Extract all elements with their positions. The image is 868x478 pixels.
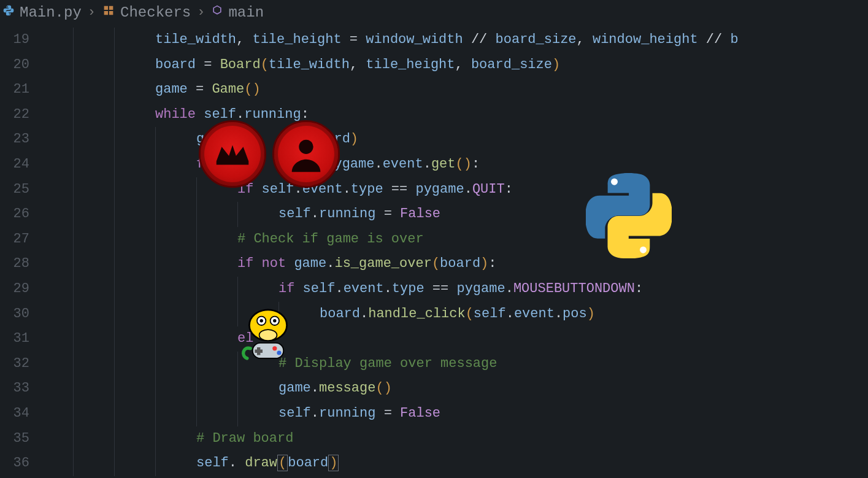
line-number: 19 — [0, 28, 32, 53]
code-text: self.running = False — [278, 401, 440, 426]
code-line[interactable]: 24 fo n pygame.event.get(): — [0, 152, 868, 177]
line-number: 30 — [0, 302, 32, 327]
code-line[interactable]: 31 el — [0, 326, 868, 352]
breadcrumb-file-label: Main.py — [20, 4, 82, 21]
class-icon — [102, 4, 115, 21]
line-number: 35 — [0, 426, 32, 452]
code-text: # Check if game is over — [237, 227, 424, 252]
line-number: 20 — [0, 53, 32, 78]
line-number: 33 — [0, 376, 32, 401]
line-number: 24 — [0, 152, 32, 177]
code-text: self. draw(board) — [196, 451, 339, 476]
code-text: ga (board) — [196, 127, 358, 152]
chevron-right-icon: › — [197, 5, 205, 20]
code-line[interactable]: 19 tile_width, tile_height = window_widt… — [0, 28, 868, 53]
code-line[interactable]: 35 # Draw board — [0, 426, 868, 452]
line-number: 26 — [0, 202, 32, 227]
breadcrumb-func-label: main — [228, 4, 264, 21]
line-number: 28 — [0, 252, 32, 277]
line-number: 27 — [0, 227, 32, 252]
code-line[interactable]: 30 board.handle_click(self.event.pos) — [0, 302, 868, 327]
code-text: self.running = False — [278, 202, 440, 227]
method-icon — [211, 4, 223, 21]
code-text: board = Board(tile_width, tile_height, b… — [155, 53, 560, 78]
code-line[interactable]: 32 # Display game over message — [0, 352, 868, 377]
code-text: board.handle_click(self.event.pos) — [320, 302, 595, 327]
line-number: 21 — [0, 77, 32, 102]
code-text: if self.event.type == pygame.MOUSEBUTTON… — [278, 277, 643, 302]
code-text: # Draw board — [196, 426, 293, 452]
code-line[interactable]: 23 ga (board) — [0, 127, 868, 152]
code-text: while self.running: — [155, 102, 309, 128]
python-file-icon — [2, 4, 15, 21]
breadcrumb-class-label: Checkers — [120, 4, 191, 21]
line-number: 32 — [0, 352, 32, 377]
breadcrumb-func[interactable]: main — [211, 4, 264, 21]
code-line[interactable]: 20 board = Board(tile_width, tile_height… — [0, 53, 868, 78]
line-number: 25 — [0, 177, 32, 202]
breadcrumb-file[interactable]: Main.py — [2, 4, 82, 21]
line-number: 22 — [0, 102, 32, 128]
code-line[interactable]: 36 self. draw(board) — [0, 451, 868, 476]
code-text: if self.event.type == pygame.QUIT: — [237, 177, 513, 202]
line-number: 29 — [0, 277, 32, 302]
code-editor[interactable]: 19 tile_width, tile_height = window_widt… — [0, 28, 868, 476]
line-number: 36 — [0, 451, 32, 476]
code-line[interactable]: 27 # Check if game is over — [0, 227, 868, 252]
breadcrumb[interactable]: Main.py › Checkers › main — [0, 0, 868, 28]
line-number: 23 — [0, 127, 32, 152]
code-line[interactable]: 26 self.running = False — [0, 202, 868, 227]
code-line[interactable]: 22 while self.running: — [0, 102, 868, 128]
code-line[interactable]: 21 game = Game() — [0, 77, 868, 102]
code-text: if not game.is_game_over(board): — [237, 252, 497, 277]
chevron-right-icon: › — [88, 5, 96, 20]
code-text: game = Game() — [155, 77, 261, 102]
code-text: # Display game over message — [278, 352, 497, 377]
breadcrumb-class[interactable]: Checkers — [102, 4, 191, 21]
code-line[interactable]: 28 if not game.is_game_over(board): — [0, 252, 868, 277]
code-line[interactable]: 33 game.message() — [0, 376, 868, 401]
code-text: game.message() — [278, 376, 392, 401]
code-text: fo n pygame.event.get(): — [196, 152, 480, 177]
code-text: tile_width, tile_height = window_width /… — [155, 28, 739, 53]
code-line[interactable]: 25 if self.event.type == pygame.QUIT: — [0, 177, 868, 202]
code-line[interactable]: 34 self.running = False — [0, 401, 868, 426]
code-line[interactable]: 29 if self.event.type == pygame.MOUSEBUT… — [0, 277, 868, 302]
code-text: el — [237, 326, 253, 352]
line-number: 34 — [0, 401, 32, 426]
line-number: 31 — [0, 326, 32, 352]
